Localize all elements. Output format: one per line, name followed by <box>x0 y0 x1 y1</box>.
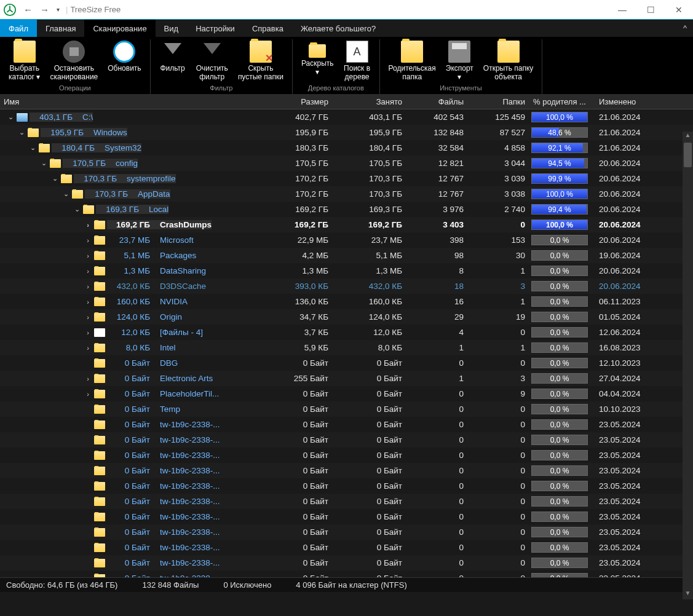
expand-icon[interactable]: › <box>84 298 92 306</box>
vertical-scrollbar[interactable]: ▲ ▼ <box>683 132 693 599</box>
scrollbar-thumb[interactable] <box>684 143 692 167</box>
refresh-button[interactable]: Обновить <box>103 39 146 82</box>
folder-icon <box>14 41 36 63</box>
tree-row[interactable]: › 1,3 МБ DataSharing 1,3 МБ1,3 МБ810,0 %… <box>0 263 693 278</box>
tree-row[interactable]: ⌄ 180,4 ГБ System32 180,3 ГБ180,4 ГБ32 5… <box>0 140 693 156</box>
menu-tab-4[interactable]: Справка <box>244 20 292 37</box>
row-name: Electronic Arts <box>155 374 213 383</box>
tree-row[interactable]: 0 Байт tw-1b9c-2338-... 0 Байт0 Байт000,… <box>0 448 693 463</box>
tree-row[interactable]: 0 Байт tw-1b9c-2338-... 0 Байт0 Байт000,… <box>0 571 693 577</box>
tree-row[interactable]: 0 Байт Temp 0 Байт0 Байт000,0 %10.10.202… <box>0 401 693 417</box>
tree-row[interactable]: ⌄ 403,1 ГБ C:\ 402,7 ГБ403,1 ГБ402 54312… <box>0 109 693 125</box>
tree-row[interactable]: › 432,0 КБ D3DSCache 393,0 КБ432,0 КБ183… <box>0 278 693 294</box>
expand-icon[interactable]: › <box>84 390 92 398</box>
expand-icon[interactable]: ⌄ <box>50 175 59 183</box>
expand-icon[interactable]: › <box>84 221 92 229</box>
cell-size: 170,2 ГБ <box>258 189 332 199</box>
expand-icon[interactable]: › <box>84 344 92 352</box>
titlebar: ← → ▾ | TreeSize Free — ☐ ✕ <box>0 0 693 20</box>
expand-icon[interactable]: › <box>84 237 92 244</box>
scroll-up-icon[interactable]: ▲ <box>683 132 693 141</box>
menu-tab-3[interactable]: Настройки <box>187 20 244 37</box>
expand-button[interactable]: Раскрыть ▾ <box>296 39 339 82</box>
export-button[interactable]: Экспорт ▾ <box>441 39 478 82</box>
menu-tab-0[interactable]: Главная <box>37 20 84 37</box>
expand-icon[interactable]: ⌄ <box>28 144 37 152</box>
menu-file[interactable]: Файл <box>0 20 37 37</box>
expand-icon[interactable]: › <box>84 329 92 336</box>
expand-icon[interactable]: › <box>84 267 92 275</box>
parent-folder-button[interactable]: Родительская папка <box>384 39 441 82</box>
header-files[interactable]: Файлы <box>406 97 467 106</box>
tree-row[interactable]: ⌄ 170,3 ГБ systemprofile 170,2 ГБ170,3 Г… <box>0 171 693 186</box>
ribbon: Выбрать каталог ▾Остановить сканирование… <box>0 37 693 95</box>
minimize-button[interactable]: — <box>608 0 636 20</box>
tree-row[interactable]: ⌄ 170,3 ГБ AppData 170,2 ГБ170,3 ГБ12 76… <box>0 186 693 202</box>
expand-icon[interactable]: ⌄ <box>6 113 15 121</box>
tree-row[interactable]: 0 Байт tw-1b9c-2338-... 0 Байт0 Байт000,… <box>0 432 693 448</box>
nav-back-icon[interactable]: ← <box>20 2 36 17</box>
maximize-button[interactable]: ☐ <box>636 0 665 20</box>
tree-row[interactable]: › 0 Байт Electronic Arts 255 Байт0 Байт1… <box>0 371 693 386</box>
expand-icon[interactable]: › <box>84 375 92 382</box>
tree-row[interactable]: 0 Байт tw-1b9c-2338-... 0 Байт0 Байт000,… <box>0 494 693 509</box>
menubar: Файл ГлавнаяСканированиеВидНастройкиСпра… <box>0 20 693 37</box>
expand-icon[interactable]: ⌄ <box>73 205 81 213</box>
select-directory-button[interactable]: Выбрать каталог ▾ <box>4 39 45 82</box>
tree-row[interactable]: 0 Байт tw-1b9c-2338-... 0 Байт0 Байт000,… <box>0 555 693 571</box>
tree-row[interactable]: 0 Байт tw-1b9c-2338-... 0 Байт0 Байт000,… <box>0 509 693 524</box>
tree-row[interactable]: › 8,0 КБ Intel 5,9 КБ8,0 КБ110,0 %16.08.… <box>0 340 693 355</box>
scroll-down-icon[interactable]: ▼ <box>683 590 693 599</box>
tree-row[interactable]: 0 Байт tw-1b9c-2338-... 0 Байт0 Байт000,… <box>0 417 693 432</box>
tree-row[interactable]: 0 Байт tw-1b9c-2338-... 0 Байт0 Байт000,… <box>0 478 693 494</box>
expand-icon[interactable]: ⌄ <box>39 159 48 167</box>
expand-icon[interactable]: ⌄ <box>17 128 26 136</box>
close-button[interactable]: ✕ <box>665 0 693 20</box>
cell-size: 169,2 ГБ <box>258 220 332 229</box>
tree-row[interactable]: › 160,0 КБ NVIDIA 136,0 КБ160,0 КБ1610,0… <box>0 294 693 309</box>
menu-tab-5[interactable]: Желаете большего? <box>292 20 384 37</box>
filter-button[interactable]: Фильтр <box>154 39 191 82</box>
tree-row[interactable]: ⌄ 170,5 ГБ config 170,5 ГБ170,5 ГБ12 821… <box>0 156 693 171</box>
tree-row[interactable]: › 169,2 ГБ CrashDumps 169,2 ГБ169,2 ГБ3 … <box>0 217 693 232</box>
expand-icon[interactable]: › <box>84 252 92 259</box>
expand-icon[interactable]: ⌄ <box>61 190 70 198</box>
cell-size: 0 Байт <box>258 405 332 414</box>
header-folders[interactable]: Папки <box>467 97 529 106</box>
header-modified[interactable]: Изменено <box>590 97 658 106</box>
tree-row[interactable]: › 12,0 КБ [Файлы - 4] 3,7 КБ12,0 КБ400,0… <box>0 325 693 340</box>
expand-icon[interactable]: › <box>84 314 92 321</box>
clear-filter-button[interactable]: Очистить фильтр <box>191 39 233 82</box>
nav-forward-icon[interactable]: → <box>36 2 53 17</box>
header-name[interactable]: Имя <box>0 97 258 106</box>
expand-icon[interactable]: › <box>84 283 92 290</box>
tree-row[interactable]: ⌄ 169,3 ГБ Local 169,2 ГБ169,3 ГБ3 9762 … <box>0 202 693 217</box>
stop-scan-button[interactable]: Остановить сканирование <box>45 39 103 82</box>
folder-icon <box>72 190 83 199</box>
folder-icon <box>94 513 105 521</box>
tree-row[interactable]: 0 Байт DBG 0 Байт0 Байт000,0 %12.10.2023 <box>0 355 693 371</box>
header-percent[interactable]: % родителя ... <box>529 97 590 107</box>
menu-tab-1[interactable]: Сканирование <box>84 20 155 37</box>
status-excluded: 0 Исключено <box>223 580 271 590</box>
cell-percent: 0,0 % <box>529 465 590 476</box>
hide-empty-button[interactable]: ✕Скрыть пустые папки <box>233 39 288 82</box>
statusbar: Свободно: 64,6 ГБ (из 464 ГБ) 132 848 Фа… <box>0 577 693 592</box>
tree-row[interactable]: › 0 Байт PlaceholderTil... 0 Байт0 Байт0… <box>0 386 693 401</box>
tree-row[interactable]: ⌄ 195,9 ГБ Windows 195,9 ГБ195,9 ГБ132 8… <box>0 125 693 140</box>
tree-row[interactable]: › 124,0 КБ Origin 34,7 КБ124,0 КБ29190,0… <box>0 309 693 325</box>
ribbon-collapse-icon[interactable]: ^ <box>677 20 693 37</box>
search-tree-button[interactable]: AПоиск в дереве <box>339 39 376 82</box>
tree-row[interactable]: 0 Байт tw-1b9c-2338-... 0 Байт0 Байт000,… <box>0 540 693 555</box>
nav-dropdown-icon[interactable]: ▾ <box>53 4 63 15</box>
tree-row[interactable]: › 23,7 МБ Microsoft 22,9 МБ23,7 МБ398153… <box>0 232 693 248</box>
tree-view[interactable]: ⌄ 403,1 ГБ C:\ 402,7 ГБ403,1 ГБ402 54312… <box>0 109 693 577</box>
open-folder-button[interactable]: Открыть папку объекта <box>478 39 539 82</box>
menu-tab-2[interactable]: Вид <box>156 20 188 37</box>
tree-row[interactable]: 0 Байт tw-1b9c-2338-... 0 Байт0 Байт000,… <box>0 524 693 540</box>
tree-row[interactable]: › 5,1 МБ Packages 4,2 МБ5,1 МБ98300,0 %1… <box>0 248 693 263</box>
header-occupied[interactable]: Занято <box>332 97 406 106</box>
header-size[interactable]: Размер <box>258 97 332 106</box>
tree-row[interactable]: 0 Байт tw-1b9c-2338-... 0 Байт0 Байт000,… <box>0 463 693 478</box>
cell-files: 0 <box>406 435 467 444</box>
